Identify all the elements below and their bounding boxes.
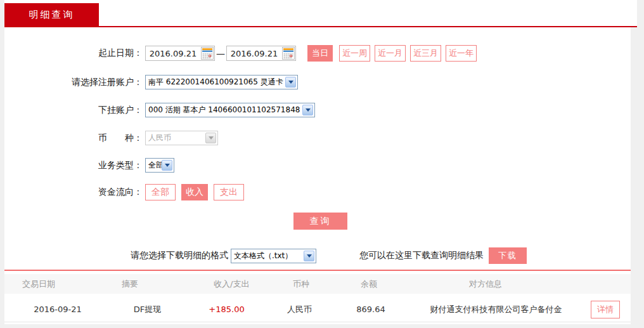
table-header: 交易日期 摘要 收入/支出 币种 余额 对方信息	[4, 274, 631, 294]
cell-counterparty: 财付通支付科技有限公司客户备付金	[412, 304, 580, 315]
register-account-select[interactable]: 南平 6222001406100921065 灵通卡	[145, 75, 298, 89]
download-format-label: 请您选择下载明细的格式	[120, 250, 228, 261]
date-range-row: 起止日期： 2016.09.21 — 2016.09.21	[4, 45, 631, 62]
main-panel: 起止日期： 2016.09.21 — 2016.09.21	[4, 27, 631, 324]
cell-balance: 869.64	[330, 305, 412, 314]
chevron-down-icon[interactable]	[302, 105, 313, 115]
header-amount: 收入/支出	[184, 279, 269, 290]
header-counterparty: 对方信息	[412, 279, 580, 290]
chevron-down-icon[interactable]	[285, 77, 296, 88]
sub-account-row: 下挂账户： 000 活期 基本户 1406600101102571848	[4, 103, 631, 117]
header-trade-date: 交易日期	[4, 279, 111, 290]
download-hint: 您可以在这里下载查询明细结果	[359, 250, 484, 261]
sub-account-value: 000 活期 基本户 1406600101102571848	[148, 105, 300, 115]
calendar-icon[interactable]	[282, 47, 295, 60]
table-row: 2016-09-21 DF提现 +185.00 人民币 869.64 财付通支付…	[4, 297, 631, 322]
fund-direction-all[interactable]: 全部	[145, 184, 176, 200]
cell-action: 详情	[580, 301, 631, 318]
date-range-label: 起止日期：	[4, 48, 143, 59]
quick-range-week[interactable]: 近一周	[339, 45, 370, 62]
calendar-icon[interactable]	[201, 47, 214, 60]
end-date-value: 2016.09.21	[231, 49, 278, 58]
currency-label: 币 种：	[4, 133, 143, 144]
start-date-input[interactable]: 2016.09.21	[145, 46, 215, 61]
table-top-line	[4, 270, 631, 271]
register-account-value: 南平 6222001406100921065 灵通卡	[148, 77, 283, 88]
page: 明细查询 起止日期： 2016.09.21 —	[0, 0, 644, 328]
sub-account-label: 下挂账户：	[4, 105, 143, 116]
header-balance: 余额	[330, 279, 412, 290]
query-button[interactable]: 查询	[293, 213, 347, 230]
quick-range-month[interactable]: 近一月	[375, 45, 406, 62]
date-separator: —	[215, 48, 226, 58]
download-row: 请您选择下载明细的格式 文本格式（.txt） 您可以在这里下载查询明细结果 下载	[120, 247, 631, 264]
register-account-row: 请选择注册账户： 南平 6222001406100921065 灵通卡	[4, 75, 631, 89]
chevron-down-icon	[205, 133, 216, 143]
header-currency: 币种	[269, 279, 330, 290]
business-type-select[interactable]: 全部	[145, 158, 174, 173]
currency-row: 币 种： 人民币	[4, 131, 631, 145]
quick-range-3months[interactable]: 近三月	[410, 45, 441, 62]
chevron-down-icon[interactable]	[304, 251, 314, 261]
cell-amount: +185.00	[184, 305, 269, 314]
fund-direction-row: 资金流向： 全部 收入 支出	[4, 184, 631, 200]
download-format-select[interactable]: 文本格式（.txt）	[231, 249, 316, 263]
cell-summary: DF提现	[111, 304, 184, 315]
business-type-row: 业务类型： 全部	[4, 158, 631, 173]
tab-bar: 明细查询	[4, 0, 637, 27]
quick-range-year[interactable]: 近一年	[446, 45, 477, 62]
end-date-input[interactable]: 2016.09.21	[226, 46, 296, 61]
cell-trade-date: 2016-09-21	[4, 305, 111, 314]
business-type-label: 业务类型：	[4, 160, 143, 171]
header-summary: 摘要	[111, 279, 184, 290]
quick-range-today[interactable]: 当日	[307, 45, 333, 62]
chevron-down-icon[interactable]	[162, 160, 172, 171]
download-format-value: 文本格式（.txt）	[234, 251, 292, 261]
currency-value: 人民币	[148, 133, 171, 143]
download-button[interactable]: 下载	[489, 247, 527, 264]
detail-button[interactable]: 详情	[591, 301, 620, 318]
cell-currency: 人民币	[269, 304, 330, 315]
currency-select: 人民币	[145, 131, 218, 145]
register-account-label: 请选择注册账户：	[4, 77, 143, 88]
fund-direction-expense[interactable]: 支出	[214, 184, 244, 200]
start-date-value: 2016.09.21	[150, 49, 196, 58]
fund-direction-income[interactable]: 收入	[181, 184, 208, 200]
fund-direction-label: 资金流向：	[4, 187, 143, 198]
sub-account-select[interactable]: 000 活期 基本户 1406600101102571848	[145, 103, 315, 117]
tab-detail-query[interactable]: 明细查询	[4, 3, 99, 26]
